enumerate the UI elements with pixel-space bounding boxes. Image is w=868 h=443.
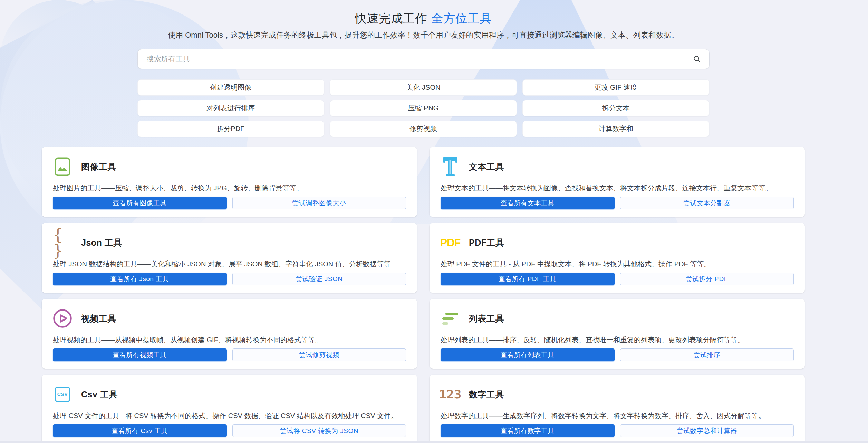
category-card-header: CSV Csv 工具 bbox=[53, 384, 406, 404]
category-title: 图像工具 bbox=[81, 161, 116, 173]
category-title: 列表工具 bbox=[469, 313, 504, 324]
json-braces-icon: { } bbox=[53, 233, 72, 253]
category-card-pdf: PDF PDF工具 处理 PDF 文件的工具 - 从 PDF 中提取文本、将 P… bbox=[430, 223, 805, 293]
page-subtitle: 使用 Omni Tools，这款快速完成任务的终极工具包，提升您的工作效率！数千… bbox=[0, 30, 847, 40]
video-play-icon bbox=[53, 308, 72, 328]
category-card-number: 123 数字工具 处理数字的工具——生成数字序列、将数字转换为文字、将文字转换为… bbox=[430, 375, 805, 443]
quick-link[interactable]: 压缩 PNG bbox=[330, 100, 517, 116]
page-title: 快速完成工作全方位工具 bbox=[0, 11, 847, 25]
category-card-header: 文本工具 bbox=[441, 157, 794, 177]
category-buttons: 查看所有列表工具 尝试排序 bbox=[441, 348, 794, 361]
category-card-header: 视频工具 bbox=[53, 308, 406, 328]
category-title: PDF工具 bbox=[469, 237, 504, 248]
view-all-list-tools-button[interactable]: 查看所有列表工具 bbox=[441, 348, 615, 361]
search-bar bbox=[137, 49, 710, 69]
pdf-icon: PDF bbox=[441, 233, 460, 253]
search-icon bbox=[693, 55, 701, 63]
view-all-image-tools-button[interactable]: 查看所有图像工具 bbox=[53, 197, 227, 209]
try-video-tool-button[interactable]: 尝试修剪视频 bbox=[232, 348, 406, 361]
category-title: Json 工具 bbox=[81, 237, 122, 248]
category-buttons: 查看所有 Json 工具 尝试验证 JSON bbox=[53, 273, 406, 285]
category-card-header: 列表工具 bbox=[441, 308, 794, 328]
category-card-image: 图像工具 处理图片的工具——压缩、调整大小、裁剪、转换为 JPG、旋转、删除背景… bbox=[42, 147, 417, 217]
page-title-accent: 全方位工具 bbox=[432, 12, 492, 25]
category-description: 处理文本的工具——将文本转换为图像、查找和替换文本、将文本拆分成片段、连接文本行… bbox=[441, 184, 794, 193]
category-card-video: 视频工具 处理视频的工具——从视频中提取帧、从视频创建 GIF、将视频转换为不同… bbox=[42, 299, 417, 369]
quick-link[interactable]: 拆分文本 bbox=[522, 100, 710, 116]
hero-section: 快速完成工作全方位工具 使用 Omni Tools，这款快速完成任务的终极工具包… bbox=[0, 0, 847, 137]
view-all-number-tools-button[interactable]: 查看所有数字工具 bbox=[441, 424, 615, 437]
text-icon bbox=[441, 157, 460, 177]
category-title: 视频工具 bbox=[81, 313, 116, 324]
category-description: 处理视频的工具——从视频中提取帧、从视频创建 GIF、将视频转换为不同的格式等等… bbox=[53, 335, 406, 344]
list-bars-icon bbox=[441, 308, 460, 328]
category-buttons: 查看所有视频工具 尝试修剪视频 bbox=[53, 348, 406, 361]
category-buttons: 查看所有 Csv 工具 尝试将 CSV 转换为 JSON bbox=[53, 424, 406, 437]
bottom-divider bbox=[0, 441, 868, 443]
quick-links-grid: 创建透明图像美化 JSON更改 GIF 速度对列表进行排序压缩 PNG拆分文本拆… bbox=[137, 79, 710, 137]
quick-link[interactable]: 美化 JSON bbox=[330, 79, 517, 96]
category-description: 处理 CSV 文件的工具 - 将 CSV 转换为不同的格式、操作 CSV 数据、… bbox=[53, 411, 406, 420]
view-all-json-tools-button[interactable]: 查看所有 Json 工具 bbox=[53, 273, 227, 285]
view-all-csv-tools-button[interactable]: 查看所有 Csv 工具 bbox=[53, 424, 227, 437]
category-description: 处理图片的工具——压缩、调整大小、裁剪、转换为 JPG、旋转、删除背景等等。 bbox=[53, 184, 406, 193]
quick-link[interactable]: 更改 GIF 速度 bbox=[522, 79, 710, 96]
landing-page: 快速完成工作全方位工具 使用 Omni Tools，这款快速完成任务的终极工具包… bbox=[0, 0, 868, 443]
search-button[interactable] bbox=[691, 53, 703, 66]
category-card-json: { } Json 工具 处理 JSON 数据结构的工具——美化和缩小 JSON … bbox=[42, 223, 417, 293]
category-title: 数字工具 bbox=[469, 389, 504, 400]
view-all-pdf-tools-button[interactable]: 查看所有 PDF 工具 bbox=[441, 273, 615, 285]
quick-link[interactable]: 对列表进行排序 bbox=[137, 100, 325, 116]
category-buttons: 查看所有 PDF 工具 尝试拆分 PDF bbox=[441, 273, 794, 285]
image-icon bbox=[53, 157, 72, 177]
try-number-tool-button[interactable]: 尝试数字总和计算器 bbox=[620, 424, 794, 437]
category-buttons: 查看所有数字工具 尝试数字总和计算器 bbox=[441, 424, 794, 437]
page-title-plain: 快速完成工作 bbox=[355, 12, 427, 25]
try-text-tool-button[interactable]: 尝试文本分割器 bbox=[620, 197, 794, 209]
quick-link[interactable]: 拆分PDF bbox=[137, 121, 325, 137]
try-image-tool-button[interactable]: 尝试调整图像大小 bbox=[232, 197, 406, 209]
category-cards-grid: 图像工具 处理图片的工具——压缩、调整大小、裁剪、转换为 JPG、旋转、删除背景… bbox=[42, 147, 805, 443]
category-buttons: 查看所有图像工具 尝试调整图像大小 bbox=[53, 197, 406, 209]
view-all-video-tools-button[interactable]: 查看所有视频工具 bbox=[53, 348, 227, 361]
try-pdf-tool-button[interactable]: 尝试拆分 PDF bbox=[620, 273, 794, 285]
category-description: 处理列表的工具——排序、反转、随机化列表、查找唯一和重复的列表项、更改列表项分隔… bbox=[441, 335, 794, 344]
category-title: Csv 工具 bbox=[81, 389, 118, 400]
category-buttons: 查看所有文本工具 尝试文本分割器 bbox=[441, 197, 794, 209]
quick-link[interactable]: 计算数字和 bbox=[522, 121, 710, 137]
try-list-tool-button[interactable]: 尝试排序 bbox=[620, 348, 794, 361]
csv-icon: CSV bbox=[53, 384, 72, 404]
category-card-header: { } Json 工具 bbox=[53, 233, 406, 253]
category-title: 文本工具 bbox=[469, 161, 504, 173]
category-card-header: 图像工具 bbox=[53, 157, 406, 177]
category-description: 处理 PDF 文件的工具 - 从 PDF 中提取文本、将 PDF 转换为其他格式… bbox=[441, 259, 794, 268]
category-description: 处理数字的工具——生成数字序列、将数字转换为文字、将文字转换为数字、排序、舍入、… bbox=[441, 411, 794, 420]
try-json-tool-button[interactable]: 尝试验证 JSON bbox=[232, 273, 406, 285]
category-card-header: 123 数字工具 bbox=[441, 384, 794, 404]
category-card-csv: CSV Csv 工具 处理 CSV 文件的工具 - 将 CSV 转换为不同的格式… bbox=[42, 375, 417, 443]
view-all-text-tools-button[interactable]: 查看所有文本工具 bbox=[441, 197, 615, 209]
number-123-icon: 123 bbox=[441, 384, 460, 404]
category-card-header: PDF PDF工具 bbox=[441, 233, 794, 253]
quick-link[interactable]: 修剪视频 bbox=[330, 121, 517, 137]
category-card-list: 列表工具 处理列表的工具——排序、反转、随机化列表、查找唯一和重复的列表项、更改… bbox=[430, 299, 805, 369]
quick-link[interactable]: 创建透明图像 bbox=[137, 79, 325, 96]
search-input[interactable] bbox=[137, 49, 710, 69]
category-card-text: 文本工具 处理文本的工具——将文本转换为图像、查找和替换文本、将文本拆分成片段、… bbox=[430, 147, 805, 217]
category-description: 处理 JSON 数据结构的工具——美化和缩小 JSON 对象、展平 JSON 数… bbox=[53, 259, 406, 268]
try-csv-tool-button[interactable]: 尝试将 CSV 转换为 JSON bbox=[232, 424, 406, 437]
